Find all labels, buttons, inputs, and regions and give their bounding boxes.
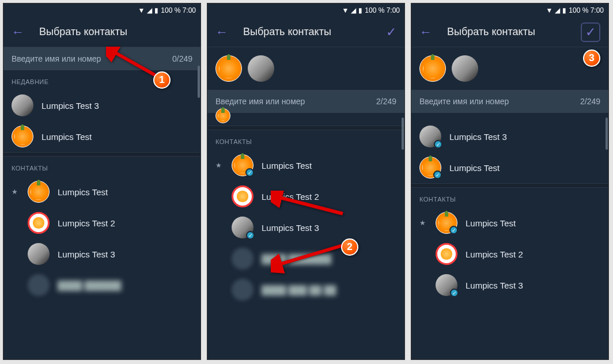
list-item[interactable]: ★ Lumpics Test: [3, 176, 200, 207]
phone-screen-3: ▼ ◢ ▮ 100 % 7:00 ← Выбрать контакты ✓ Вв…: [411, 3, 609, 360]
contact-label: Lumpics Test 2: [466, 249, 523, 259]
selected-avatar[interactable]: [452, 55, 478, 82]
selected-check-icon: ✓: [246, 231, 255, 240]
phone-screen-2: ▼ ◢ ▮ 100 % 7:00 ← Выбрать контакты ✓ Вв…: [207, 3, 405, 360]
scrollbar-thumb[interactable]: [198, 66, 200, 98]
annotation-arrow: [271, 242, 351, 279]
avatar: [436, 243, 457, 265]
scrollbar-thumb[interactable]: [606, 117, 608, 150]
app-bar: ← Выбрать контакты: [3, 17, 200, 47]
list-item[interactable]: ✓ Lumpics Test: [411, 152, 608, 183]
status-bar: ▼ ◢ ▮ 100 % 7:00: [411, 3, 608, 17]
app-bar: ← Выбрать контакты ✓: [207, 17, 404, 47]
search-input[interactable]: Введите имя или номер 2/249: [411, 90, 608, 113]
selected-check-icon: ✓: [245, 168, 254, 177]
divider: [207, 126, 404, 130]
selected-avatar[interactable]: [419, 55, 446, 82]
list-item[interactable]: Lumpics Test 3: [3, 238, 200, 270]
svg-line-1: [275, 196, 343, 214]
selected-avatars-row: [411, 47, 608, 90]
wifi-icon: ▼: [546, 6, 553, 14]
avatar: ✓: [419, 126, 441, 147]
avatar: ✓: [436, 212, 457, 234]
annotation-badge-3: 3: [583, 50, 600, 67]
contact-label: Lumpics Test 2: [58, 218, 115, 228]
list-item[interactable]: Lumpics Test: [3, 121, 200, 152]
list-item-partial[interactable]: [207, 113, 404, 126]
search-input[interactable]: Введите имя или номер 2/249: [207, 90, 404, 113]
avatar: [28, 181, 50, 203]
list-item[interactable]: ████ ██████: [3, 270, 200, 301]
contact-label: Lumpics Test: [449, 163, 500, 173]
list-item[interactable]: ✓ Lumpics Test 3: [411, 121, 608, 152]
avatar: [12, 94, 33, 116]
selected-check-icon: ✓: [449, 226, 458, 234]
phone-screen-1: ▼ ◢ ▮ 100 % 7:00 ← Выбрать контакты Введ…: [3, 3, 201, 360]
battery-icon: ▮: [358, 6, 362, 14]
confirm-button-highlighted[interactable]: ✓: [581, 22, 600, 42]
svg-line-2: [275, 245, 343, 266]
status-bar: ▼ ◢ ▮ 100 % 7:00: [3, 3, 200, 17]
signal-icon: ◢: [351, 6, 356, 14]
back-icon[interactable]: ←: [215, 25, 228, 40]
avatar: [28, 212, 50, 234]
status-text: 100 % 7:00: [365, 6, 400, 14]
avatar-blurred: [232, 248, 253, 270]
page-title: Выбрать контакты: [39, 26, 192, 38]
avatar: ✓: [419, 157, 441, 179]
selected-avatar[interactable]: [248, 55, 274, 82]
back-icon[interactable]: ←: [419, 25, 432, 40]
avatar: [28, 243, 50, 265]
list-item[interactable]: ★ ✓ Lumpics Test: [411, 207, 608, 238]
avatar-blurred: [28, 274, 50, 296]
divider: [3, 152, 200, 157]
contact-label-blurred: ████ ███ ██ ██: [262, 285, 336, 295]
list-item[interactable]: ★ ✓ Lumpics Test: [207, 150, 404, 181]
star-icon: ★: [215, 161, 224, 169]
avatar: [215, 108, 230, 123]
signal-icon: ◢: [147, 6, 152, 14]
app-bar: ← Выбрать контакты ✓: [411, 17, 608, 47]
list-item[interactable]: ✓ Lumpics Test 3: [411, 270, 608, 301]
annotation-badge-2: 2: [341, 238, 358, 256]
avatar: ✓: [232, 154, 253, 176]
avatar: [232, 185, 253, 207]
confirm-icon[interactable]: ✓: [386, 25, 396, 40]
contact-label-blurred: ████ ██████: [58, 280, 121, 290]
status-text: 100 % 7:00: [569, 6, 604, 14]
contact-label: Lumpics Test: [262, 161, 312, 170]
list-item[interactable]: Lumpics Test 3: [3, 90, 200, 121]
selected-check-icon: ✓: [450, 289, 459, 297]
list-item[interactable]: Lumpics Test 2: [3, 207, 200, 238]
search-placeholder: Введите имя или номер: [215, 97, 376, 106]
star-icon: ★: [419, 219, 427, 227]
back-icon[interactable]: ←: [12, 25, 24, 40]
page-title: Выбрать контакты: [447, 26, 566, 38]
contact-label: Lumpics Test 3: [449, 132, 507, 142]
contact-label: Lumpics Test 3: [58, 249, 115, 259]
contact-label: Lumpics Test 3: [262, 223, 319, 233]
selected-avatar[interactable]: [215, 55, 242, 82]
battery-icon: ▮: [154, 6, 158, 14]
avatar: ✓: [436, 274, 457, 296]
avatar-blurred: [232, 279, 253, 301]
selected-avatars-row: [207, 47, 404, 90]
avatar: ✓: [232, 217, 253, 238]
list-item[interactable]: Lumpics Test 2: [411, 238, 608, 270]
signal-icon: ◢: [555, 6, 560, 14]
contact-label: Lumpics Test 3: [466, 280, 523, 290]
divider: [411, 183, 608, 188]
search-input[interactable]: Введите имя или номер 0/249: [3, 47, 200, 70]
section-contacts: КОНТАКТЫ: [411, 188, 608, 207]
selected-check-icon: ✓: [433, 170, 442, 179]
counter-text: 2/249: [580, 97, 600, 106]
scrollbar-thumb[interactable]: [402, 117, 404, 150]
section-contacts: КОНТАКТЫ: [3, 157, 200, 176]
status-text: 100 % 7:00: [161, 6, 196, 14]
wifi-icon: ▼: [342, 6, 349, 14]
avatar: [12, 126, 33, 147]
counter-text: 0/249: [172, 54, 192, 63]
svg-line-0: [111, 50, 161, 78]
contact-label: Lumpics Test 3: [41, 101, 99, 111]
contact-label: Lumpics Test: [466, 218, 516, 228]
